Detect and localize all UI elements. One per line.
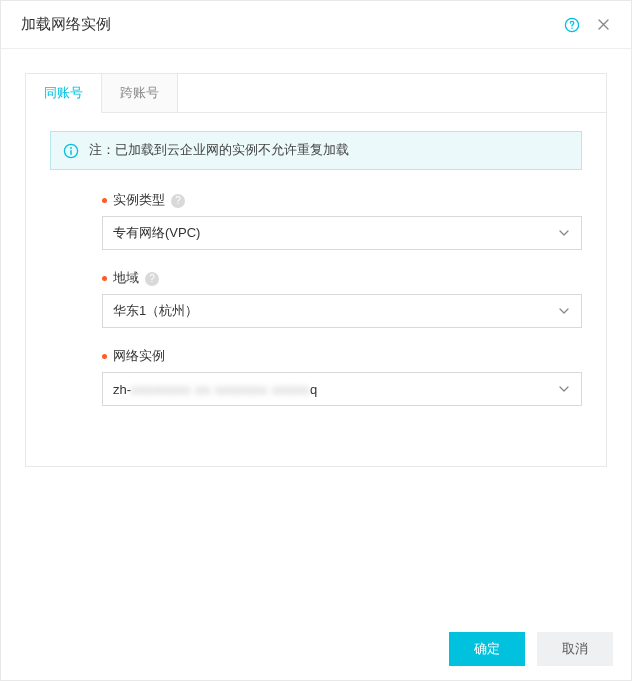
info-banner-text: 注：已加载到云企业网的实例不允许重复加载 bbox=[89, 142, 349, 159]
required-dot bbox=[102, 276, 107, 281]
svg-point-3 bbox=[70, 147, 72, 149]
help-hint-icon[interactable]: ? bbox=[145, 272, 159, 286]
dialog-title: 加载网络实例 bbox=[21, 15, 111, 34]
required-dot bbox=[102, 354, 107, 359]
chevron-down-icon bbox=[557, 226, 571, 240]
svg-point-1 bbox=[571, 27, 573, 29]
select-region-value: 华东1（杭州） bbox=[113, 302, 198, 320]
info-banner: 注：已加载到云企业网的实例不允许重复加载 bbox=[50, 131, 582, 170]
dialog-body: 同账号 跨账号 注：已加载到云企业网的实例不允许重复加载 实例类型 bbox=[1, 49, 631, 467]
tabs-spacer bbox=[178, 74, 606, 113]
form-card: 同账号 跨账号 注：已加载到云企业网的实例不允许重复加载 实例类型 bbox=[25, 73, 607, 467]
value-masked: xxxxxxxx xx xxxxxxx xxxxx bbox=[131, 382, 310, 397]
tab-same-account[interactable]: 同账号 bbox=[26, 74, 102, 113]
value-suffix: q bbox=[310, 382, 317, 397]
close-icon[interactable] bbox=[596, 17, 611, 32]
info-icon bbox=[63, 143, 79, 159]
select-instance-type[interactable]: 专有网络(VPC) bbox=[102, 216, 582, 250]
field-region: 地域 ? 华东1（杭州） bbox=[50, 270, 582, 328]
tabs: 同账号 跨账号 bbox=[26, 74, 606, 113]
cancel-button[interactable]: 取消 bbox=[537, 632, 613, 666]
label-network-instance: 网络实例 bbox=[102, 348, 582, 365]
label-region-text: 地域 bbox=[113, 270, 139, 287]
chevron-down-icon bbox=[557, 382, 571, 396]
select-region[interactable]: 华东1（杭州） bbox=[102, 294, 582, 328]
select-network-instance[interactable]: zh-xxxxxxxx xx xxxxxxx xxxxxq bbox=[102, 372, 582, 406]
label-region: 地域 ? bbox=[102, 270, 582, 287]
label-instance-type-text: 实例类型 bbox=[113, 192, 165, 209]
ok-button[interactable]: 确定 bbox=[449, 632, 525, 666]
tab-content: 注：已加载到云企业网的实例不允许重复加载 实例类型 ? 专有网络(VPC) bbox=[26, 113, 606, 466]
select-network-instance-value: zh-xxxxxxxx xx xxxxxxx xxxxxq bbox=[113, 382, 317, 397]
svg-rect-4 bbox=[70, 150, 72, 155]
tab-cross-account[interactable]: 跨账号 bbox=[102, 74, 178, 113]
field-network-instance: 网络实例 zh-xxxxxxxx xx xxxxxxx xxxxxq bbox=[50, 348, 582, 406]
help-icon[interactable] bbox=[564, 17, 580, 33]
help-hint-icon[interactable]: ? bbox=[171, 194, 185, 208]
field-instance-type: 实例类型 ? 专有网络(VPC) bbox=[50, 192, 582, 250]
label-network-instance-text: 网络实例 bbox=[113, 348, 165, 365]
dialog-header: 加载网络实例 bbox=[1, 1, 631, 49]
value-prefix: zh- bbox=[113, 382, 131, 397]
dialog-footer: 确定 取消 bbox=[1, 618, 631, 680]
chevron-down-icon bbox=[557, 304, 571, 318]
select-instance-type-value: 专有网络(VPC) bbox=[113, 224, 200, 242]
required-dot bbox=[102, 198, 107, 203]
label-instance-type: 实例类型 ? bbox=[102, 192, 582, 209]
header-icons bbox=[564, 17, 611, 33]
